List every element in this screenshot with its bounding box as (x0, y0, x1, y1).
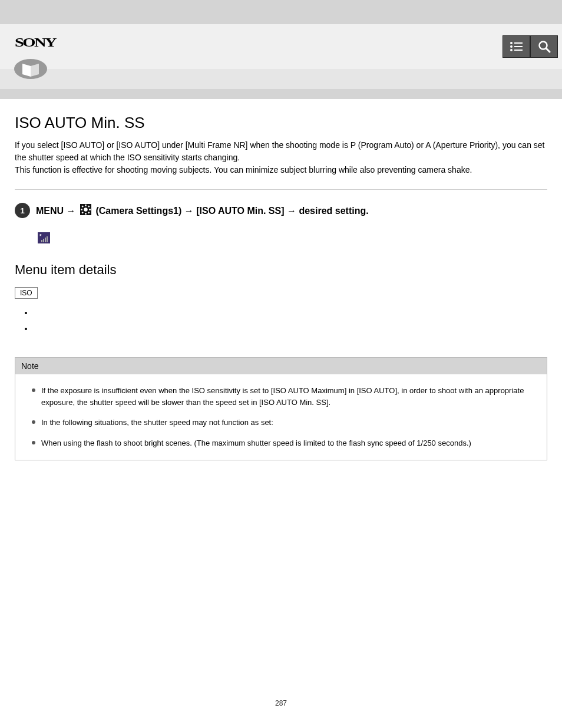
header-buttons (503, 35, 558, 58)
multi-frame-nr-icon: * (38, 232, 50, 246)
manual-book-icon (14, 59, 47, 81)
list-icon (510, 41, 524, 52)
note-list: If the exposure is insufficient even whe… (15, 374, 547, 460)
main-content: ISO AUTO Min. SS If you select [ISO AUTO… (0, 99, 562, 475)
search-button[interactable] (530, 35, 558, 58)
step-1-prefix: MENU → (36, 206, 78, 216)
step-1: 1 MENU → (15, 203, 547, 219)
note-item: In the following situations, the shutter… (32, 417, 536, 429)
list-item (34, 305, 547, 321)
multi-frame-nr-row: * (36, 232, 547, 246)
step-1-suffix: → [ISO AUTO Min. SS] → desired setting. (184, 206, 369, 216)
svg-line-7 (546, 48, 550, 52)
intro-paragraph: If you select [ISO AUTO] or [ISO AUTO] u… (15, 139, 547, 176)
svg-rect-22 (43, 239, 44, 242)
svg-rect-23 (45, 238, 46, 242)
note-item: If the exposure is insufficient even whe… (32, 385, 536, 409)
svg-point-0 (510, 42, 513, 44)
svg-rect-14 (89, 209, 91, 210)
note-header: Note (15, 358, 547, 374)
svg-rect-21 (41, 240, 42, 242)
svg-rect-5 (514, 50, 523, 51)
svg-rect-13 (81, 209, 82, 210)
option-iso-label: ISO (15, 287, 38, 299)
details-list (15, 305, 547, 336)
svg-text:*: * (39, 233, 42, 239)
sony-logo: SONY (15, 35, 55, 50)
svg-rect-3 (514, 46, 523, 47)
gray-band-2 (0, 89, 562, 99)
step-1-text: MENU → (Cam (36, 203, 369, 219)
sub-header (0, 69, 562, 89)
note-box: Note If the exposure is insufficient eve… (15, 357, 547, 460)
topic-title: ISO AUTO Min. SS (15, 114, 547, 132)
list-item (34, 321, 547, 337)
svg-rect-12 (85, 213, 86, 215)
step-1-label: (Camera Settings1) (95, 206, 181, 216)
page-header: SONY (0, 24, 562, 69)
svg-point-10 (84, 207, 87, 211)
section-divider (15, 189, 547, 190)
svg-point-2 (510, 45, 513, 48)
step-number-badge: 1 (15, 203, 30, 218)
svg-rect-11 (85, 205, 86, 206)
menu-item-details-heading: Menu item details (15, 262, 547, 278)
top-gray-band (0, 0, 562, 24)
svg-rect-1 (514, 42, 523, 44)
list-button[interactable] (503, 35, 530, 58)
search-icon (538, 40, 551, 53)
note-item: When using the flash to shoot bright sce… (32, 437, 536, 449)
svg-rect-24 (47, 236, 48, 242)
page-number: 287 (0, 699, 562, 722)
camera-settings-gear-icon (80, 204, 91, 219)
svg-point-4 (510, 49, 513, 51)
